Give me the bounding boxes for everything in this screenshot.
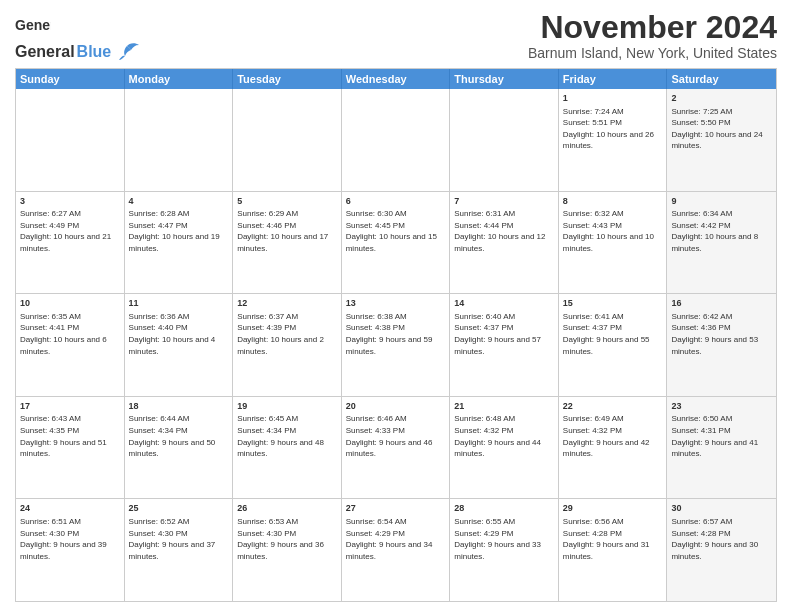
weekday-header-wednesday: Wednesday [342, 69, 451, 89]
empty-cell-0-2 [233, 89, 342, 191]
day-number: 26 [237, 502, 337, 515]
logo-bird-icon [113, 42, 141, 62]
day-cell-20: 20Sunrise: 6:46 AM Sunset: 4:33 PM Dayli… [342, 397, 451, 499]
day-cell-25: 25Sunrise: 6:52 AM Sunset: 4:30 PM Dayli… [125, 499, 234, 601]
logo-blue-text: Blue [77, 43, 112, 61]
day-info: Sunrise: 6:45 AM Sunset: 4:34 PM Dayligh… [237, 413, 337, 459]
page: General General Blue November 2024 Barnu… [0, 0, 792, 612]
day-number: 8 [563, 195, 663, 208]
day-cell-12: 12Sunrise: 6:37 AM Sunset: 4:39 PM Dayli… [233, 294, 342, 396]
calendar-row-2: 3Sunrise: 6:27 AM Sunset: 4:49 PM Daylig… [16, 192, 776, 295]
day-number: 27 [346, 502, 446, 515]
day-info: Sunrise: 7:24 AM Sunset: 5:51 PM Dayligh… [563, 106, 663, 152]
weekday-header-tuesday: Tuesday [233, 69, 342, 89]
day-info: Sunrise: 6:56 AM Sunset: 4:28 PM Dayligh… [563, 516, 663, 562]
day-number: 15 [563, 297, 663, 310]
header: General General Blue November 2024 Barnu… [15, 10, 777, 62]
day-number: 10 [20, 297, 120, 310]
day-number: 9 [671, 195, 772, 208]
day-cell-11: 11Sunrise: 6:36 AM Sunset: 4:40 PM Dayli… [125, 294, 234, 396]
day-number: 7 [454, 195, 554, 208]
weekday-header-thursday: Thursday [450, 69, 559, 89]
empty-cell-0-3 [342, 89, 451, 191]
day-cell-29: 29Sunrise: 6:56 AM Sunset: 4:28 PM Dayli… [559, 499, 668, 601]
day-number: 22 [563, 400, 663, 413]
day-info: Sunrise: 6:49 AM Sunset: 4:32 PM Dayligh… [563, 413, 663, 459]
day-number: 24 [20, 502, 120, 515]
logo-wrapper: General [15, 10, 51, 44]
calendar-row-4: 17Sunrise: 6:43 AM Sunset: 4:35 PM Dayli… [16, 397, 776, 500]
empty-cell-0-1 [125, 89, 234, 191]
day-number: 17 [20, 400, 120, 413]
weekday-header-saturday: Saturday [667, 69, 776, 89]
svg-text:General: General [15, 17, 51, 33]
day-info: Sunrise: 6:27 AM Sunset: 4:49 PM Dayligh… [20, 208, 120, 254]
empty-cell-0-0 [16, 89, 125, 191]
day-info: Sunrise: 6:41 AM Sunset: 4:37 PM Dayligh… [563, 311, 663, 357]
day-number: 21 [454, 400, 554, 413]
day-cell-5: 5Sunrise: 6:29 AM Sunset: 4:46 PM Daylig… [233, 192, 342, 294]
day-cell-21: 21Sunrise: 6:48 AM Sunset: 4:32 PM Dayli… [450, 397, 559, 499]
day-cell-23: 23Sunrise: 6:50 AM Sunset: 4:31 PM Dayli… [667, 397, 776, 499]
day-info: Sunrise: 7:25 AM Sunset: 5:50 PM Dayligh… [671, 106, 772, 152]
title-section: November 2024 Barnum Island, New York, U… [528, 10, 777, 61]
logo-icon: General [15, 10, 51, 44]
day-info: Sunrise: 6:29 AM Sunset: 4:46 PM Dayligh… [237, 208, 337, 254]
day-cell-27: 27Sunrise: 6:54 AM Sunset: 4:29 PM Dayli… [342, 499, 451, 601]
day-info: Sunrise: 6:37 AM Sunset: 4:39 PM Dayligh… [237, 311, 337, 357]
day-cell-22: 22Sunrise: 6:49 AM Sunset: 4:32 PM Dayli… [559, 397, 668, 499]
day-cell-26: 26Sunrise: 6:53 AM Sunset: 4:30 PM Dayli… [233, 499, 342, 601]
weekday-header-friday: Friday [559, 69, 668, 89]
calendar-row-3: 10Sunrise: 6:35 AM Sunset: 4:41 PM Dayli… [16, 294, 776, 397]
day-info: Sunrise: 6:55 AM Sunset: 4:29 PM Dayligh… [454, 516, 554, 562]
weekday-header-sunday: Sunday [16, 69, 125, 89]
day-cell-18: 18Sunrise: 6:44 AM Sunset: 4:34 PM Dayli… [125, 397, 234, 499]
day-info: Sunrise: 6:40 AM Sunset: 4:37 PM Dayligh… [454, 311, 554, 357]
day-cell-30: 30Sunrise: 6:57 AM Sunset: 4:28 PM Dayli… [667, 499, 776, 601]
day-info: Sunrise: 6:51 AM Sunset: 4:30 PM Dayligh… [20, 516, 120, 562]
day-cell-8: 8Sunrise: 6:32 AM Sunset: 4:43 PM Daylig… [559, 192, 668, 294]
calendar-header: SundayMondayTuesdayWednesdayThursdayFrid… [16, 69, 776, 89]
weekday-header-monday: Monday [125, 69, 234, 89]
month-title: November 2024 [528, 10, 777, 45]
day-cell-6: 6Sunrise: 6:30 AM Sunset: 4:45 PM Daylig… [342, 192, 451, 294]
day-info: Sunrise: 6:28 AM Sunset: 4:47 PM Dayligh… [129, 208, 229, 254]
day-number: 14 [454, 297, 554, 310]
day-number: 16 [671, 297, 772, 310]
day-info: Sunrise: 6:54 AM Sunset: 4:29 PM Dayligh… [346, 516, 446, 562]
day-cell-3: 3Sunrise: 6:27 AM Sunset: 4:49 PM Daylig… [16, 192, 125, 294]
day-info: Sunrise: 6:30 AM Sunset: 4:45 PM Dayligh… [346, 208, 446, 254]
day-cell-7: 7Sunrise: 6:31 AM Sunset: 4:44 PM Daylig… [450, 192, 559, 294]
day-number: 3 [20, 195, 120, 208]
logo: General General Blue [15, 10, 141, 62]
day-cell-19: 19Sunrise: 6:45 AM Sunset: 4:34 PM Dayli… [233, 397, 342, 499]
day-info: Sunrise: 6:42 AM Sunset: 4:36 PM Dayligh… [671, 311, 772, 357]
day-info: Sunrise: 6:50 AM Sunset: 4:31 PM Dayligh… [671, 413, 772, 459]
day-number: 23 [671, 400, 772, 413]
calendar-row-5: 24Sunrise: 6:51 AM Sunset: 4:30 PM Dayli… [16, 499, 776, 601]
day-cell-24: 24Sunrise: 6:51 AM Sunset: 4:30 PM Dayli… [16, 499, 125, 601]
day-cell-28: 28Sunrise: 6:55 AM Sunset: 4:29 PM Dayli… [450, 499, 559, 601]
calendar-body: 1Sunrise: 7:24 AM Sunset: 5:51 PM Daylig… [16, 89, 776, 601]
day-number: 30 [671, 502, 772, 515]
day-number: 28 [454, 502, 554, 515]
day-number: 11 [129, 297, 229, 310]
day-cell-16: 16Sunrise: 6:42 AM Sunset: 4:36 PM Dayli… [667, 294, 776, 396]
day-info: Sunrise: 6:44 AM Sunset: 4:34 PM Dayligh… [129, 413, 229, 459]
day-number: 20 [346, 400, 446, 413]
day-cell-15: 15Sunrise: 6:41 AM Sunset: 4:37 PM Dayli… [559, 294, 668, 396]
day-cell-13: 13Sunrise: 6:38 AM Sunset: 4:38 PM Dayli… [342, 294, 451, 396]
day-info: Sunrise: 6:32 AM Sunset: 4:43 PM Dayligh… [563, 208, 663, 254]
day-cell-17: 17Sunrise: 6:43 AM Sunset: 4:35 PM Dayli… [16, 397, 125, 499]
day-number: 25 [129, 502, 229, 515]
logo-general-text: General [15, 43, 75, 61]
day-info: Sunrise: 6:38 AM Sunset: 4:38 PM Dayligh… [346, 311, 446, 357]
day-info: Sunrise: 6:46 AM Sunset: 4:33 PM Dayligh… [346, 413, 446, 459]
day-info: Sunrise: 6:35 AM Sunset: 4:41 PM Dayligh… [20, 311, 120, 357]
empty-cell-0-4 [450, 89, 559, 191]
day-number: 18 [129, 400, 229, 413]
day-number: 29 [563, 502, 663, 515]
day-cell-4: 4Sunrise: 6:28 AM Sunset: 4:47 PM Daylig… [125, 192, 234, 294]
day-number: 13 [346, 297, 446, 310]
day-info: Sunrise: 6:31 AM Sunset: 4:44 PM Dayligh… [454, 208, 554, 254]
